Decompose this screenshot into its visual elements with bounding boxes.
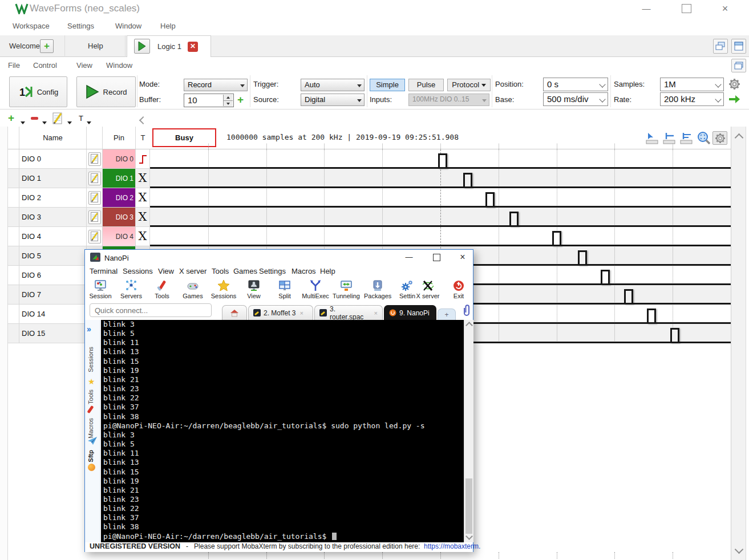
mx-menu-xserver[interactable]: X server: [179, 267, 207, 275]
menu-workspace[interactable]: Workspace: [13, 22, 50, 30]
tab-moffet[interactable]: 2. Moffet 3 ×: [248, 305, 313, 320]
tab-router[interactable]: 3. router.spac ×: [314, 305, 383, 320]
mx-split-button[interactable]: Split: [271, 278, 298, 301]
trigger-simple-button[interactable]: Simple: [370, 79, 405, 91]
menu-settings[interactable]: Settings: [67, 22, 94, 30]
edit-icon[interactable]: [88, 230, 101, 244]
tab-nanopi-active[interactable]: 9. NanoPi: [384, 305, 436, 320]
x-cursor-icon[interactable]: [662, 131, 677, 145]
channel-name[interactable]: DIO 15: [19, 324, 87, 343]
source-select[interactable]: Digital: [301, 94, 365, 106]
channel-name[interactable]: DIO 0: [19, 149, 87, 168]
close-icon[interactable]: ×: [718, 2, 732, 15]
trigger-protocol-button[interactable]: Protocol: [447, 79, 491, 91]
edit-icon[interactable]: [88, 172, 101, 185]
channel-row[interactable]: DIO 0DIO 0: [8, 149, 150, 169]
mx-xserver-button[interactable]: X server: [414, 278, 442, 301]
pin-cell[interactable]: DIO 2: [103, 188, 136, 207]
row-select-cell[interactable]: [8, 324, 19, 343]
pin-cell[interactable]: DIO 4: [103, 227, 136, 246]
y-cursor-icon[interactable]: [679, 131, 694, 145]
scrollbar-thumb[interactable]: [465, 478, 472, 534]
mx-menu-view[interactable]: View: [158, 267, 174, 275]
new-tab-icon[interactable]: +: [438, 309, 456, 320]
edit-icon[interactable]: [88, 210, 101, 224]
mobaxterm-maximize-icon[interactable]: [430, 251, 443, 263]
row-select-cell[interactable]: [8, 227, 19, 246]
gear-icon[interactable]: [728, 78, 740, 90]
edit-icon[interactable]: [88, 191, 101, 205]
mx-multiexec-button[interactable]: MultiExec: [302, 278, 329, 301]
cascade-windows-icon[interactable]: [713, 39, 728, 54]
channel-name[interactable]: DIO 3: [19, 208, 87, 226]
menu-window2[interactable]: Window: [106, 61, 132, 70]
mobaxterm-window[interactable]: NanoPi — × Terminal Sessions View X serv…: [84, 249, 473, 552]
mx-menu-games[interactable]: Games: [233, 267, 257, 275]
close-tab-icon[interactable]: ×: [374, 310, 378, 316]
channel-row[interactable]: DIO 2DIO 2X: [8, 188, 150, 208]
waveform-track[interactable]: [150, 188, 731, 208]
sidebar-tab-sessions[interactable]: Sessions: [87, 347, 94, 372]
trigger-cell[interactable]: X: [136, 208, 150, 226]
plot-vertical-scrollbar[interactable]: [731, 127, 746, 560]
paperclip-icon[interactable]: [461, 304, 472, 318]
footer-link[interactable]: https://mobaxterm.: [424, 542, 480, 550]
edit-channel-cell[interactable]: [87, 208, 103, 226]
name-column-header[interactable]: Name: [19, 127, 87, 149]
run-arrow-icon[interactable]: [728, 94, 740, 104]
close-tab-icon[interactable]: ×: [299, 310, 303, 316]
config-button[interactable]: 1 Config: [9, 76, 67, 107]
maximize-icon[interactable]: [679, 4, 694, 17]
add-workspace-icon[interactable]: +: [40, 39, 54, 53]
waveform-track[interactable]: [150, 169, 731, 188]
float-window-icon[interactable]: [731, 59, 746, 72]
trigger-pulse-button[interactable]: Pulse: [408, 79, 444, 91]
row-select-cell[interactable]: [8, 305, 19, 323]
mx-menu-tools[interactable]: Tools: [212, 267, 229, 275]
cursor-tool-icon[interactable]: [645, 131, 660, 145]
edit-channel-icon[interactable]: [52, 111, 64, 125]
terminal-scrollbar[interactable]: [464, 320, 473, 542]
edit-channel-cell[interactable]: [87, 188, 103, 207]
tab-help[interactable]: Help: [65, 35, 125, 57]
scroll-up-icon[interactable]: [467, 323, 472, 328]
channel-row[interactable]: DIO 4DIO 4X: [8, 227, 150, 246]
menu-help[interactable]: Help: [160, 22, 176, 30]
mobaxterm-titlebar[interactable]: NanoPi — ×: [85, 250, 473, 266]
scroll-down-icon[interactable]: [736, 546, 742, 553]
row-select-cell[interactable]: [8, 266, 19, 285]
scroll-down-icon[interactable]: [467, 534, 472, 539]
channel-name[interactable]: DIO 2: [19, 188, 87, 207]
home-tab[interactable]: [222, 305, 247, 320]
mode-select[interactable]: Record: [184, 79, 248, 91]
trigger-select[interactable]: Auto: [301, 79, 365, 91]
row-select-cell[interactable]: [8, 169, 19, 188]
channel-name[interactable]: DIO 14: [19, 305, 87, 323]
terminal[interactable]: blink 3blink 5blink 11blink 13blink 15bl…: [101, 320, 464, 542]
sidebar-tab-macros[interactable]: Macros: [87, 418, 94, 439]
row-select-cell[interactable]: [8, 188, 19, 207]
mobaxterm-minimize-icon[interactable]: —: [402, 251, 416, 263]
trigger-cell[interactable]: X: [136, 227, 150, 246]
row-select-cell[interactable]: [8, 149, 19, 168]
pin-cell[interactable]: DIO 3: [103, 208, 136, 226]
mx-servers-button[interactable]: Servers: [118, 278, 145, 301]
close-tab-icon[interactable]: ✕: [188, 42, 198, 52]
channel-name[interactable]: DIO 4: [19, 227, 87, 246]
pin-column-header[interactable]: Pin: [103, 127, 136, 149]
waveform-track[interactable]: [150, 227, 731, 246]
position-combo[interactable]: 0 s: [543, 78, 608, 91]
mx-session-button[interactable]: Session: [87, 278, 114, 301]
collapse-panel-icon[interactable]: [140, 113, 146, 127]
buffer-stepper[interactable]: 10: [184, 94, 234, 107]
sidebar-tab-tools[interactable]: Tools: [87, 389, 94, 404]
base-combo[interactable]: 500 ms/div: [543, 92, 608, 106]
menu-view[interactable]: View: [76, 61, 92, 70]
menu-window[interactable]: Window: [115, 22, 141, 30]
minimize-icon[interactable]: —: [639, 2, 654, 15]
plot-settings-gear-icon[interactable]: [712, 131, 727, 145]
scroll-up-icon[interactable]: [736, 135, 742, 141]
mx-exit-button[interactable]: Exit: [445, 278, 472, 301]
channel-name[interactable]: DIO 5: [19, 246, 87, 265]
edit-icon[interactable]: [88, 152, 101, 166]
